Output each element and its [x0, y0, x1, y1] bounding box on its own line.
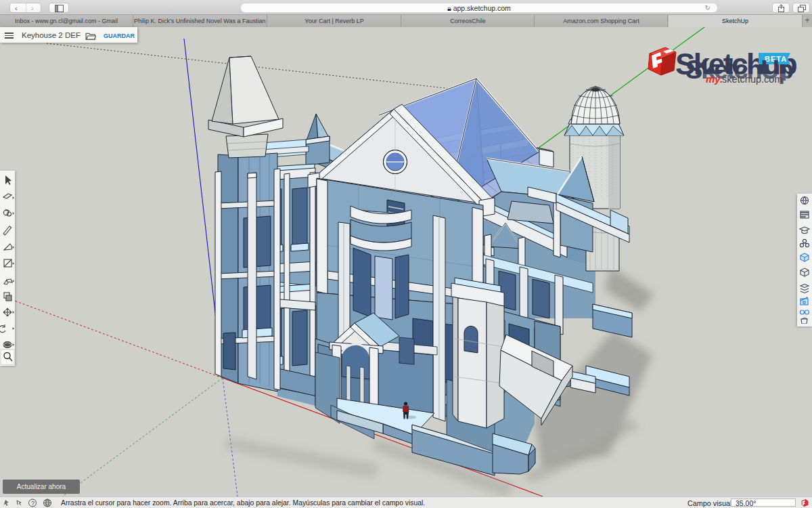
svg-text:my.: my. [706, 73, 723, 85]
svg-text:sketchup.com: sketchup.com [722, 74, 782, 85]
svg-text:?: ? [31, 500, 35, 507]
